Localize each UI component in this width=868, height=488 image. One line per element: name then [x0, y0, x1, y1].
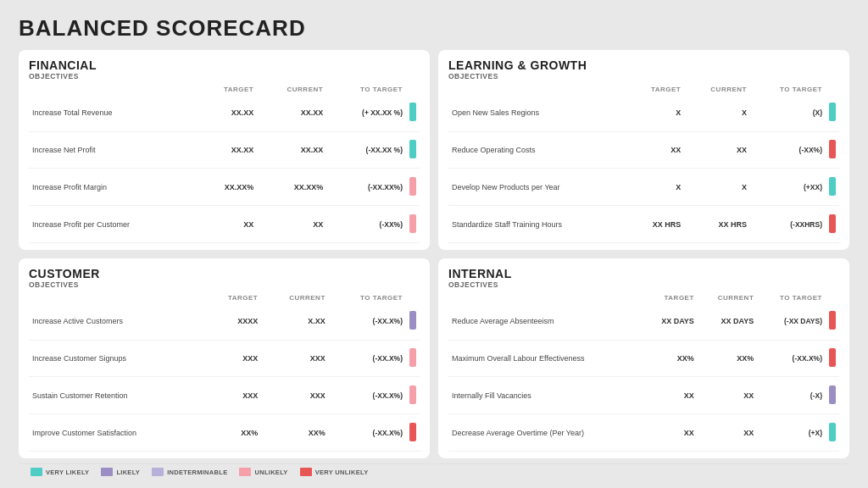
legend-item-very-unlikely: VERY UNLIKELY	[300, 468, 369, 476]
objective-label: Reduce Operating Costs	[448, 131, 628, 169]
status-bar	[409, 214, 416, 233]
objective-label: Increase Active Customers	[29, 303, 203, 340]
col-header-to-target: TO TARGET	[329, 292, 406, 303]
current-value: XX DAYS	[698, 303, 757, 340]
target-value: XX	[643, 414, 698, 452]
objective-label: Increase Customer Signups	[29, 340, 203, 377]
status-bar-cell	[826, 169, 839, 206]
status-bar-cell	[406, 303, 420, 340]
legend-color-box	[101, 468, 113, 476]
status-bar-cell	[406, 169, 420, 206]
table-row: Sustain Customer RetentionXXXXXX(-XX.X%)	[29, 377, 420, 414]
to-target-value: (X)	[750, 95, 826, 131]
card-financial: FINANCIALOBJECTIVESTARGETCURRENTTO TARGE…	[19, 50, 430, 250]
card-subtitle-learning: OBJECTIVES	[448, 72, 839, 80]
to-target-value: (-XX.X%)	[329, 340, 406, 377]
to-target-value: (+ XX.XX %)	[326, 95, 406, 131]
status-bar	[829, 103, 836, 121]
current-value: X	[684, 95, 750, 131]
status-bar	[829, 311, 836, 330]
to-target-value: (-XX.XX%)	[326, 169, 406, 206]
col-header-to-target: TO TARGET	[326, 84, 406, 95]
status-bar-cell	[826, 340, 839, 377]
to-target-value: (-XX%)	[750, 131, 826, 169]
table-row: Maximum Overall Labour EffectivenessXX%X…	[448, 340, 839, 377]
objective-label: Sustain Customer Retention	[29, 377, 203, 414]
legend-item-label: VERY LIKELY	[46, 469, 89, 476]
table-row: Decrease Average Overtime (Per Year)XXXX…	[448, 414, 839, 452]
target-value: XXX	[203, 340, 261, 377]
target-value: XX	[628, 131, 684, 169]
table-row: Increase Profit MarginXX.XX%XX.XX%(-XX.X…	[29, 169, 420, 206]
objective-label: Maximum Overall Labour Effectiveness	[448, 340, 643, 377]
legend: VERY LIKELYLIKELYINDETERMINABLEUNLIKELYV…	[19, 463, 849, 476]
legend-item-label: VERY UNLIKELY	[315, 469, 369, 476]
current-value: XX%	[261, 414, 329, 452]
table-customer: TARGETCURRENTTO TARGETIncrease Active Cu…	[29, 292, 420, 452]
status-bar-cell	[406, 131, 420, 169]
page-title: BALANCED SCORECARD	[19, 15, 849, 42]
legend-item-unlikely: UNLIKELY	[239, 468, 287, 476]
status-bar-cell	[826, 95, 839, 131]
table-row: Increase Net ProfitXX.XXXX.XX(-XX.XX %)	[29, 131, 420, 169]
card-subtitle-financial: OBJECTIVES	[29, 72, 420, 80]
col-header-current: CURRENT	[257, 84, 326, 95]
current-value: XX	[698, 414, 757, 452]
status-bar-cell	[826, 131, 839, 169]
legend-item-label: UNLIKELY	[254, 469, 287, 476]
card-header-learning: LEARNING & GROWTHOBJECTIVES	[448, 58, 839, 80]
col-header-to-target: TO TARGET	[750, 84, 826, 95]
target-value: XX%	[643, 340, 698, 377]
objective-label: Improve Customer Satisfaction	[29, 414, 203, 452]
table-row: Standardize Staff Training HoursXX HRSXX…	[448, 206, 839, 243]
table-learning: TARGETCURRENTTO TARGETOpen New Sales Reg…	[448, 84, 839, 243]
status-bar	[409, 348, 416, 367]
target-value: XX	[198, 206, 257, 243]
status-bar	[409, 177, 416, 196]
to-target-value: (+XX)	[750, 169, 826, 206]
target-value: XX%	[203, 414, 261, 452]
status-bar-cell	[826, 377, 839, 414]
scorecard-grid: FINANCIALOBJECTIVESTARGETCURRENTTO TARGE…	[19, 50, 849, 458]
col-header-current: CURRENT	[698, 292, 757, 303]
status-bar-cell	[826, 206, 839, 243]
target-value: XX.XX	[198, 95, 257, 131]
to-target-value: (+X)	[757, 414, 826, 452]
objective-label: Standardize Staff Training Hours	[448, 206, 628, 243]
col-header-current: CURRENT	[684, 84, 750, 95]
status-bar	[829, 348, 836, 367]
table-internal: TARGETCURRENTTO TARGETReduce Average Abs…	[448, 292, 839, 452]
to-target-value: (-XX.X%)	[757, 340, 826, 377]
card-header-financial: FINANCIALOBJECTIVES	[29, 58, 420, 80]
status-bar	[409, 423, 416, 441]
status-bar-cell	[406, 377, 420, 414]
col-header-to-target: TO TARGET	[757, 292, 826, 303]
to-target-value: (-XXHRS)	[750, 206, 826, 243]
card-internal: INTERNALOBJECTIVESTARGETCURRENTTO TARGET…	[438, 258, 849, 458]
status-bar-cell	[406, 414, 420, 452]
to-target-value: (-XX DAYS)	[757, 303, 826, 340]
objective-label: Open New Sales Regions	[448, 95, 628, 131]
current-value: XX	[698, 377, 757, 414]
current-value: X.XX	[261, 303, 329, 340]
card-title-financial: FINANCIAL	[29, 58, 420, 72]
target-value: XX.XX%	[198, 169, 257, 206]
status-bar-cell	[826, 303, 839, 340]
target-value: XXXX	[203, 303, 261, 340]
to-target-value: (-XX.X%)	[329, 303, 406, 340]
to-target-value: (-XX.X%)	[329, 377, 406, 414]
objective-label: Develop New Products per Year	[448, 169, 628, 206]
status-bar	[829, 140, 836, 158]
col-header-target: TARGET	[198, 84, 257, 95]
current-value: XX.XX	[257, 95, 326, 131]
card-subtitle-internal: OBJECTIVES	[448, 280, 839, 289]
legend-item-label: LIKELY	[116, 469, 140, 476]
card-learning: LEARNING & GROWTHOBJECTIVESTARGETCURRENT…	[438, 50, 849, 250]
col-header-target: TARGET	[203, 292, 261, 303]
target-value: XX DAYS	[643, 303, 698, 340]
target-value: XX	[643, 377, 698, 414]
table-row: Increase Customer SignupsXXXXXX(-XX.X%)	[29, 340, 420, 377]
legend-color-box	[239, 468, 251, 476]
current-value: X	[684, 169, 750, 206]
to-target-value: (-XX%)	[326, 206, 406, 243]
